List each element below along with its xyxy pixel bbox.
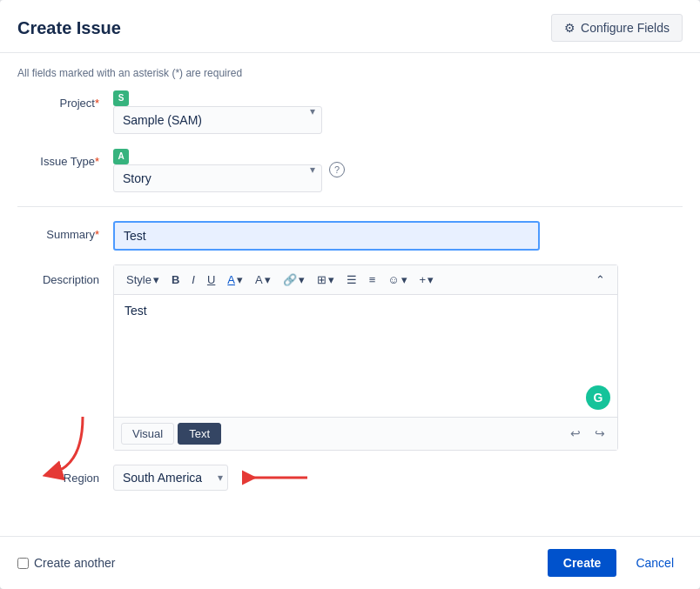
editor-toolbar: Style ▾ B I U A ▾ A ▾: [114, 265, 617, 295]
bold-button[interactable]: B: [166, 271, 185, 289]
modal-header: Create Issue ⚙ Configure Fields: [0, 0, 700, 53]
summary-row: Summary*: [17, 221, 683, 251]
color-a-label: A: [227, 273, 235, 286]
chevron-down-icon-emoji: ▾: [401, 273, 407, 286]
create-issue-modal: Create Issue ⚙ Configure Fields All fiel…: [0, 0, 700, 589]
chevron-down-icon-color: ▾: [237, 273, 243, 286]
required-star-summary: *: [95, 228, 99, 241]
table-icon: ⊞: [317, 273, 326, 286]
underline-button[interactable]: U: [202, 271, 220, 289]
create-another-checkbox[interactable]: [17, 558, 29, 569]
style-label: Style: [126, 273, 151, 286]
arrow-down-to-region: [35, 412, 96, 482]
emoji-button[interactable]: ☺ ▾: [382, 271, 412, 289]
create-button[interactable]: Create: [548, 549, 617, 577]
region-select-wrapper: South America North America Europe Asia …: [113, 465, 228, 491]
chevron-down-icon-table: ▾: [328, 273, 334, 286]
issue-type-select-wrapper: A Story ▾: [113, 148, 322, 192]
editor-content[interactable]: Test G: [114, 295, 617, 417]
required-star-issue: *: [95, 155, 99, 168]
text-color-button[interactable]: A ▾: [222, 271, 248, 289]
project-control: S Sample (SAM) ▾: [113, 90, 683, 134]
chevron-down-icon-link: ▾: [299, 273, 305, 286]
highlight-button[interactable]: A ▾: [250, 271, 276, 289]
project-row: Project* S Sample (SAM) ▾: [17, 90, 683, 134]
highlight-label: A: [255, 273, 263, 286]
create-another-group: Create another: [17, 556, 115, 570]
description-row: Description Style ▾ B I U A ▾: [17, 264, 683, 451]
numbered-list-button[interactable]: ≡: [364, 271, 381, 289]
issue-type-label: Issue Type*: [17, 148, 113, 168]
required-star: *: [95, 97, 99, 110]
description-label: Description: [17, 264, 113, 286]
issue-type-select[interactable]: Story: [113, 164, 322, 192]
project-icon: S: [113, 90, 129, 106]
bullet-list-button[interactable]: ☰: [341, 271, 362, 289]
visual-tab[interactable]: Visual: [121, 423, 174, 445]
expand-button[interactable]: ⌃: [590, 271, 610, 289]
modal-footer: Create another Create Cancel: [0, 536, 700, 589]
numbered-icon: ≡: [369, 273, 376, 286]
story-icon: A: [113, 149, 129, 164]
project-label: Project*: [17, 90, 113, 110]
modal-title: Create Issue: [17, 18, 121, 38]
undo-redo-group: ↩ ↪: [565, 424, 610, 443]
grammarly-badge: G: [586, 385, 610, 410]
emoji-icon: ☺: [387, 273, 399, 286]
region-row: Region South America North America Europ…: [17, 465, 683, 491]
gear-icon: ⚙: [564, 21, 575, 35]
configure-fields-button[interactable]: ⚙ Configure Fields: [551, 14, 683, 42]
description-control: Style ▾ B I U A ▾ A ▾: [113, 264, 683, 451]
link-button[interactable]: 🔗 ▾: [278, 271, 310, 289]
summary-label: Summary*: [17, 221, 113, 241]
arrow-pointing-left: [242, 465, 312, 491]
summary-control: [113, 221, 683, 251]
editor-footer: Visual Text ↩ ↪: [114, 417, 617, 450]
italic-button[interactable]: I: [186, 271, 200, 289]
bullet-icon: ☰: [347, 273, 357, 286]
project-select-wrapper: S Sample (SAM) ▾: [113, 90, 322, 134]
expand-icon: ⌃: [596, 273, 605, 286]
table-button[interactable]: ⊞ ▾: [312, 271, 340, 289]
redo-button[interactable]: ↪: [589, 424, 610, 443]
chevron-down-icon-style: ▾: [153, 273, 159, 286]
cancel-button[interactable]: Cancel: [627, 549, 683, 577]
description-text: Test: [125, 304, 147, 318]
required-note: All fields marked with an asterisk (*) a…: [17, 53, 683, 90]
undo-button[interactable]: ↩: [565, 424, 586, 443]
chevron-down-icon-highlight: ▾: [265, 273, 271, 286]
summary-input[interactable]: [113, 221, 540, 251]
modal-body: All fields marked with an asterisk (*) a…: [0, 53, 700, 536]
text-tab[interactable]: Text: [178, 423, 221, 445]
more-button[interactable]: + ▾: [414, 271, 440, 289]
issue-type-row: Issue Type* A Story ▾ ?: [17, 148, 683, 192]
configure-fields-label: Configure Fields: [581, 21, 670, 35]
help-icon[interactable]: ?: [329, 162, 345, 177]
link-icon: 🔗: [283, 273, 297, 286]
project-select[interactable]: Sample (SAM): [113, 106, 322, 134]
description-editor: Style ▾ B I U A ▾ A ▾: [113, 264, 618, 451]
divider: [17, 206, 683, 207]
create-another-label[interactable]: Create another: [34, 556, 115, 570]
region-control: South America North America Europe Asia …: [113, 465, 683, 491]
more-label: +: [420, 273, 427, 286]
style-dropdown-button[interactable]: Style ▾: [121, 271, 165, 289]
region-select[interactable]: South America North America Europe Asia …: [113, 465, 228, 491]
issue-type-control: A Story ▾ ?: [113, 148, 683, 192]
chevron-down-icon-more: ▾: [427, 273, 434, 286]
view-tabs: Visual Text: [121, 423, 221, 445]
